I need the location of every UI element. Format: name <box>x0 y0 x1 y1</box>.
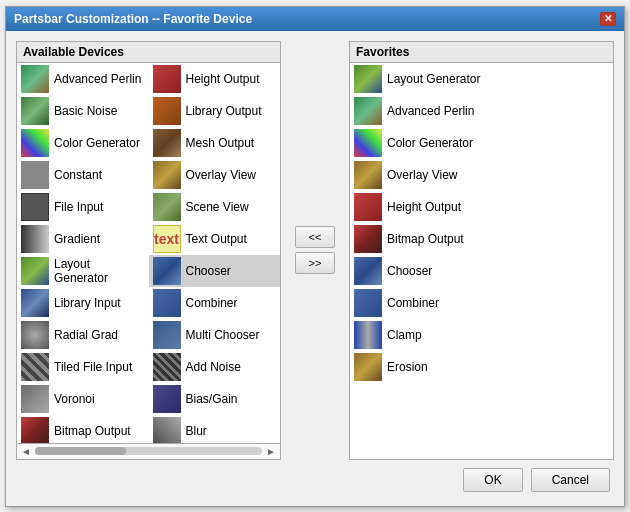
list-item[interactable]: Overlay View <box>350 159 613 191</box>
list-item[interactable]: Height Output <box>350 191 613 223</box>
favorites-header: Favorites <box>350 42 613 63</box>
device-icon <box>153 289 181 317</box>
list-item[interactable]: Combiner <box>149 287 281 319</box>
list-item[interactable]: Chooser <box>350 255 613 287</box>
device-icon <box>354 161 382 189</box>
list-item[interactable]: Color Generator <box>17 127 149 159</box>
available-scrollbar[interactable]: ◄ ► <box>17 443 280 459</box>
device-name: Chooser <box>186 264 231 278</box>
device-icon <box>153 385 181 413</box>
device-icon <box>354 225 382 253</box>
device-icon <box>354 65 382 93</box>
list-item[interactable]: Bitmap Output <box>350 223 613 255</box>
list-item[interactable]: textText Output <box>149 223 281 255</box>
list-item[interactable]: Combiner <box>350 287 613 319</box>
device-icon <box>21 65 49 93</box>
device-name: Blur <box>186 424 207 438</box>
list-item[interactable]: Bitmap Output <box>17 415 149 443</box>
scroll-track[interactable] <box>35 447 262 455</box>
list-item[interactable]: Mesh Output <box>149 127 281 159</box>
device-name: Tiled File Input <box>54 360 132 374</box>
available-devices-grid: Advanced PerlinBasic NoiseColor Generato… <box>17 63 280 443</box>
available-devices-header: Available Devices <box>17 42 280 63</box>
list-item[interactable]: Advanced Perlin <box>17 63 149 95</box>
device-icon <box>153 193 181 221</box>
device-name: Erosion <box>387 360 428 374</box>
list-item[interactable]: Library Input <box>17 287 149 319</box>
available-devices-content[interactable]: Advanced PerlinBasic NoiseColor Generato… <box>17 63 280 443</box>
available-left-col: Advanced PerlinBasic NoiseColor Generato… <box>17 63 149 443</box>
device-name: Overlay View <box>387 168 457 182</box>
move-right-button[interactable]: >> <box>295 252 335 274</box>
device-name: Gradient <box>54 232 100 246</box>
device-icon <box>21 97 49 125</box>
cancel-button[interactable]: Cancel <box>531 468 610 492</box>
device-icon <box>21 289 49 317</box>
device-icon <box>354 321 382 349</box>
device-name: Bitmap Output <box>54 424 131 438</box>
device-name: Radial Grad <box>54 328 118 342</box>
device-name: Basic Noise <box>54 104 117 118</box>
list-item[interactable]: Radial Grad <box>17 319 149 351</box>
device-name: Clamp <box>387 328 422 342</box>
device-name: Bitmap Output <box>387 232 464 246</box>
device-icon <box>153 257 181 285</box>
favorites-panel: Favorites Layout GeneratorAdvanced Perli… <box>349 41 614 460</box>
list-item[interactable]: Constant <box>17 159 149 191</box>
list-item[interactable]: Height Output <box>149 63 281 95</box>
available-devices-panel: Available Devices Advanced PerlinBasic N… <box>16 41 281 460</box>
list-item[interactable]: Advanced Perlin <box>350 95 613 127</box>
list-item[interactable]: Erosion <box>350 351 613 383</box>
favorites-content[interactable]: Layout GeneratorAdvanced PerlinColor Gen… <box>350 63 613 443</box>
list-item[interactable]: Scene View <box>149 191 281 223</box>
close-button[interactable]: ✕ <box>600 12 616 26</box>
device-name: Voronoi <box>54 392 95 406</box>
list-item[interactable]: Basic Noise <box>17 95 149 127</box>
device-name: Height Output <box>387 200 461 214</box>
device-name: Advanced Perlin <box>387 104 474 118</box>
device-icon <box>354 97 382 125</box>
list-item[interactable]: Clamp <box>350 319 613 351</box>
scroll-left-arrow[interactable]: ◄ <box>21 446 31 457</box>
middle-nav: << >> <box>291 41 339 460</box>
device-name: Bias/Gain <box>186 392 238 406</box>
ok-button[interactable]: OK <box>463 468 522 492</box>
list-item[interactable]: Library Output <box>149 95 281 127</box>
device-name: Color Generator <box>387 136 473 150</box>
list-item[interactable]: Layout Generator <box>350 63 613 95</box>
list-item[interactable]: Chooser <box>149 255 281 287</box>
device-name: Color Generator <box>54 136 140 150</box>
list-item[interactable]: Blur <box>149 415 281 443</box>
device-icon <box>21 129 49 157</box>
device-icon <box>21 385 49 413</box>
list-item[interactable]: Gradient <box>17 223 149 255</box>
device-icon <box>153 97 181 125</box>
window-title: Partsbar Customization -- Favorite Devic… <box>14 12 252 26</box>
device-icon <box>354 289 382 317</box>
move-left-button[interactable]: << <box>295 226 335 248</box>
list-item[interactable]: Color Generator <box>350 127 613 159</box>
device-icon <box>21 353 49 381</box>
device-icon <box>354 353 382 381</box>
device-name: Combiner <box>387 296 439 310</box>
scroll-right-arrow[interactable]: ► <box>266 446 276 457</box>
list-item[interactable]: File Input <box>17 191 149 223</box>
device-name: Library Output <box>186 104 262 118</box>
device-icon <box>153 417 181 443</box>
list-item[interactable]: Layout Generator <box>17 255 149 287</box>
list-item[interactable]: Add Noise <box>149 351 281 383</box>
list-item[interactable]: Bias/Gain <box>149 383 281 415</box>
device-name: Advanced Perlin <box>54 72 141 86</box>
device-name: Combiner <box>186 296 238 310</box>
device-name: Height Output <box>186 72 260 86</box>
list-item[interactable]: Overlay View <box>149 159 281 191</box>
device-icon <box>354 193 382 221</box>
device-icon: text <box>153 225 181 253</box>
list-item[interactable]: Voronoi <box>17 383 149 415</box>
list-item[interactable]: Tiled File Input <box>17 351 149 383</box>
main-window: Partsbar Customization -- Favorite Devic… <box>5 6 625 507</box>
device-icon <box>153 129 181 157</box>
list-item[interactable]: Multi Chooser <box>149 319 281 351</box>
device-name: Multi Chooser <box>186 328 260 342</box>
device-icon <box>21 193 49 221</box>
